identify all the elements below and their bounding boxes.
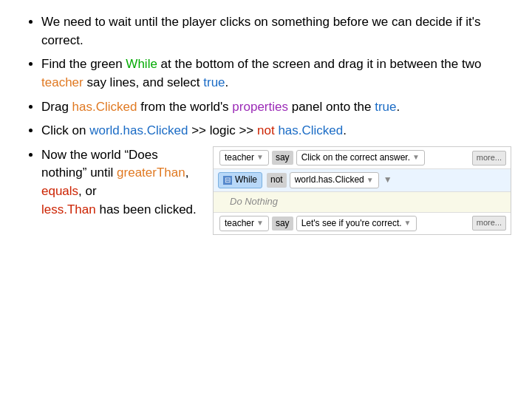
bullet2-post: lines, and select — [106, 75, 203, 89]
actor-token-2[interactable]: teacher ▼ — [219, 216, 269, 231]
bullet-item-4: Click on world.has.Clicked >> logic >> n… — [41, 122, 511, 140]
bullet2-pre: Find the green — [41, 57, 126, 71]
actor-arrow-2: ▼ — [256, 218, 264, 229]
operand-token[interactable]: world.has.Clicked ▼ — [290, 172, 379, 188]
bullet1-text: We need to wait until the player clicks … — [41, 15, 480, 47]
code-row-1: teacher ▼ say Click on the correct answe… — [214, 147, 511, 169]
code-panel: teacher ▼ say Click on the correct answe… — [213, 146, 511, 235]
do-nothing-label: Do Nothing — [230, 195, 278, 209]
bullet5-or: , or — [78, 184, 97, 198]
operand-arrow: ▼ — [366, 175, 374, 186]
bullet4-pre: Click on — [41, 123, 89, 137]
while-icon: ⊟ — [223, 176, 232, 185]
text-token-2[interactable]: Let's see if you're correct. ▼ — [296, 216, 417, 231]
bullet2-say: say — [83, 75, 106, 89]
not-keyword-code: not — [267, 173, 287, 187]
more-button-2[interactable]: more... — [472, 216, 506, 231]
world-hasclicked-keyword: world.has.Clicked — [89, 123, 188, 137]
text-arrow-2: ▼ — [404, 218, 412, 229]
bullet3-mid: from the world's — [137, 100, 232, 114]
while-end-arrow: ▼ — [383, 174, 392, 186]
say-keyword-2: say — [272, 216, 293, 231]
code-row-2: ⊟ While not world.has.Clicked ▼ ▼ — [214, 169, 511, 191]
say-keyword-1: say — [272, 151, 293, 165]
while-label: ⊟ While — [218, 172, 262, 188]
text-arrow-1: ▼ — [412, 152, 420, 163]
bullet-item-2: Find the green While at the bottom of th… — [41, 55, 511, 92]
bullet3-pre: Drag — [41, 100, 72, 114]
bullet5-post: has been clicked. — [99, 202, 196, 216]
actor-token-1[interactable]: teacher ▼ — [219, 150, 269, 166]
teacher-keyword: teacher — [41, 75, 83, 89]
bullet3-post: panel onto the — [288, 100, 375, 114]
bottom-text: Now the world “Does nothing” until great… — [41, 146, 204, 219]
bullet4-end: . — [343, 123, 347, 137]
code-row-3: Do Nothing — [214, 192, 511, 213]
while-keyword: While — [126, 57, 157, 71]
main-content: We need to wait until the player clicks … — [0, 0, 532, 248]
greater-than-keyword: greaterThan — [117, 166, 185, 180]
bullet-item-1: We need to wait until the player clicks … — [41, 13, 511, 50]
text-token-1[interactable]: Click on the correct answer. ▼ — [296, 150, 425, 166]
equals-keyword: equals — [41, 184, 78, 198]
actor-arrow-1: ▼ — [256, 152, 264, 163]
bullet5-comma: , — [185, 166, 189, 180]
bullet4-mid: >> logic >> — [188, 123, 257, 137]
less-than-keyword: less.Than — [41, 202, 96, 216]
bullet3-end: . — [396, 100, 400, 114]
bullet-item-5: Now the world “Does nothing” until great… — [41, 146, 511, 235]
not-keyword: not — [257, 123, 275, 137]
more-button-1[interactable]: more... — [472, 151, 506, 166]
bottom-area: Now the world “Does nothing” until great… — [41, 146, 511, 235]
hasclicked-keyword-2: has.Clicked — [278, 123, 343, 137]
true-keyword-1: true — [203, 75, 225, 89]
code-row-4: teacher ▼ say Let's see if you're correc… — [214, 213, 511, 234]
bullet-item-3: Drag has.Clicked from the world's proper… — [41, 98, 511, 117]
properties-keyword: properties — [232, 100, 288, 114]
bullet2-mid: at the bottom of the screen and drag it … — [157, 57, 482, 71]
bullet2-end: . — [225, 75, 229, 89]
true-keyword-2: true — [375, 100, 396, 114]
hasclicked-keyword-1: has.Clicked — [72, 100, 137, 114]
bullet-list: We need to wait until the player clicks … — [21, 13, 511, 235]
